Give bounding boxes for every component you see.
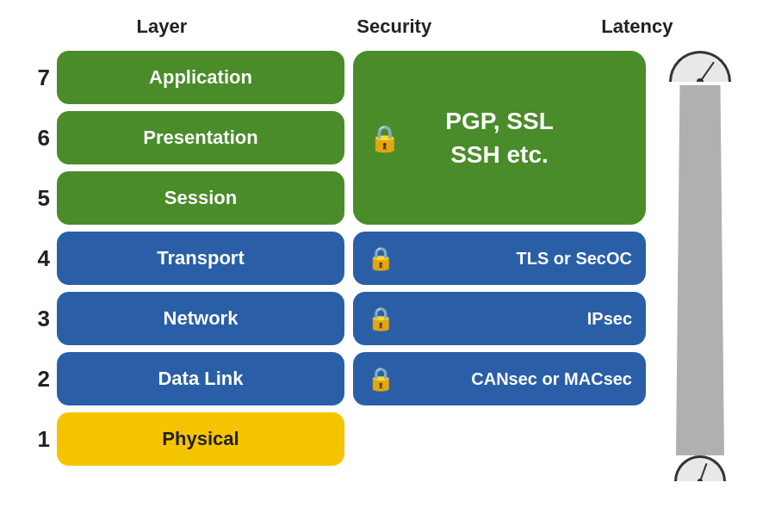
gauge-center-top [697,78,704,82]
layer-row-5: 5 Session [26,171,344,225]
layer-box-physical: Physical [57,412,344,466]
layer-row-2: 2 Data Link [26,352,344,405]
column-header-latency: Latency [601,15,673,38]
lock-icon-app: 🔒 [369,123,400,153]
layers-column: 7 Application 6 Presentation 5 Session 4… [26,51,344,466]
layer-box-network: Network [57,292,344,345]
lock-icon-network: 🔒 [367,306,394,332]
security-row-network: 🔒 IPsec [353,292,646,345]
layer-box-transport: Transport [57,232,344,285]
layer-box-session: Session [57,171,344,225]
security-spacer-physical [353,412,646,466]
layer-box-presentation: Presentation [57,111,344,164]
layer-row-3: 3 Network [26,292,344,345]
security-label-cansec: CANsec or MACsec [405,369,646,389]
layer-num-4: 4 [26,245,50,272]
gauge-body-bottom [674,455,726,481]
security-row-transport: 🔒 TLS or SecOC [353,232,646,285]
gauge-center-bottom [698,479,703,481]
latency-column [661,51,739,483]
layer-row-4: 4 Transport [26,232,344,285]
security-text-pgp: PGP, SSL SSH etc. [445,104,554,171]
column-header-layer: Layer [137,15,188,38]
layer-num-7: 7 [26,65,50,91]
layer-num-1: 1 [26,426,50,453]
layer-num-3: 3 [26,306,50,332]
gauge-body-top [669,51,731,82]
speedometer-top [669,51,731,85]
lock-icon-transport: 🔒 [367,245,394,272]
layer-num-6: 6 [26,125,50,152]
layer-row-6: 6 Presentation [26,111,344,164]
layer-box-datalink: Data Link [57,352,344,405]
layer-row-7: 7 Application [26,51,344,104]
latency-bar [676,85,724,455]
security-row-datalink: 🔒 CANsec or MACsec [353,352,646,405]
layer-num-2: 2 [26,366,50,393]
security-label-ipsec: IPsec [405,309,646,329]
layer-num-5: 5 [26,185,50,212]
layer-box-application: Application [57,51,344,104]
column-header-security: Security [356,15,431,38]
layer-row-1: 1 Physical [26,412,344,466]
security-label-tls: TLS or SecOC [405,249,646,269]
security-box-application-group: 🔒 PGP, SSL SSH etc. [353,51,646,225]
lock-icon-datalink: 🔒 [367,366,394,393]
security-column: 🔒 PGP, SSL SSH etc. 🔒 TLS or SecOC 🔒 IPs… [353,51,646,466]
speedometer-bottom [674,455,726,483]
